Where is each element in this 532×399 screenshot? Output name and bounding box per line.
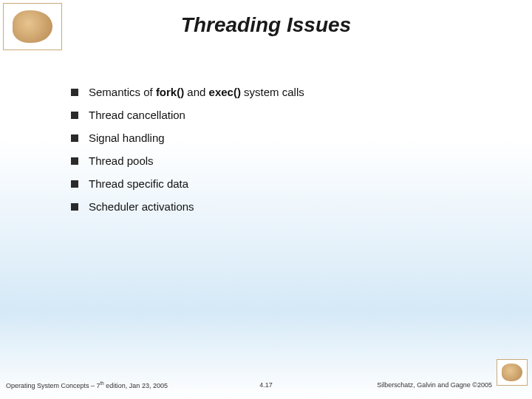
list-item: Thread cancellation xyxy=(71,109,488,121)
list-item: Signal handling xyxy=(71,132,488,144)
text-bold: exec() xyxy=(209,86,241,98)
footer-left: Operating System Concepts – 7th edition,… xyxy=(6,381,168,389)
bullet-icon xyxy=(71,157,78,165)
bullet-text: Thread cancellation xyxy=(89,109,185,121)
bullet-text: Thread specific data xyxy=(89,177,188,190)
text: and xyxy=(184,86,208,98)
bullet-text: Scheduler activations xyxy=(89,200,194,213)
text: Semantics of xyxy=(89,86,156,98)
bullet-text: Thread pools xyxy=(89,154,154,167)
list-item: Semantics of fork() and exec() system ca… xyxy=(71,86,488,98)
bullet-list: Semantics of fork() and exec() system ca… xyxy=(71,86,488,223)
text: system calls xyxy=(241,86,304,98)
footer: Operating System Concepts – 7th edition,… xyxy=(0,378,532,392)
text: edition, Jan 23, 2005 xyxy=(104,382,168,389)
bullet-text: Signal handling xyxy=(89,132,165,144)
slide: Threading Issues Semantics of fork() and… xyxy=(0,0,532,399)
list-item: Scheduler activations xyxy=(71,200,488,213)
list-item: Thread pools xyxy=(71,154,488,167)
bullet-icon xyxy=(71,180,78,188)
slide-title: Threading Issues xyxy=(0,13,532,37)
footer-right: Silberschatz, Galvin and Gagne ©2005 xyxy=(377,381,492,389)
bullet-icon xyxy=(71,112,78,119)
list-item: Thread specific data xyxy=(71,177,488,190)
bullet-icon xyxy=(71,89,78,96)
text-bold: fork() xyxy=(156,86,184,98)
text: Operating System Concepts – 7 xyxy=(6,382,100,389)
bullet-icon xyxy=(71,134,78,142)
bullet-icon xyxy=(71,203,78,211)
bullet-text: Semantics of fork() and exec() system ca… xyxy=(89,86,304,98)
footer-center: 4.17 xyxy=(259,381,273,389)
